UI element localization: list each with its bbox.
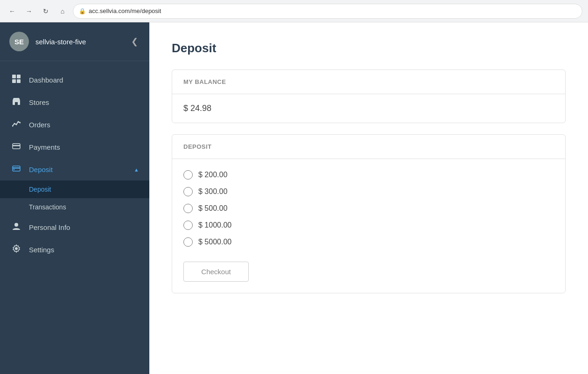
deposit-label: Deposit (29, 166, 53, 173)
user-icon (11, 222, 21, 232)
deposit-option-500[interactable]: $ 500.00 (183, 204, 554, 213)
balance-amount: $ 24.98 (183, 104, 211, 113)
deposit-option-1000[interactable]: $ 1000.00 (183, 221, 554, 230)
payment-icon (11, 142, 21, 152)
sidebar-item-stores[interactable]: Stores (0, 91, 149, 113)
svg-rect-0 (12, 75, 16, 78)
address-bar[interactable]: 🔒 acc.sellvia.com/me/deposit (73, 4, 582, 19)
forward-button[interactable]: → (22, 5, 35, 18)
chevron-up-icon: ▴ (135, 166, 138, 173)
svg-point-15 (14, 169, 14, 170)
deposit-option-5000[interactable]: $ 5000.00 (183, 237, 554, 247)
nav-main: Dashboard Stores (0, 61, 149, 268)
deposit-label-300: $ 300.00 (198, 187, 227, 196)
lock-icon: 🔒 (79, 8, 86, 14)
main-content: Deposit MY BALANCE $ 24.98 DEPOSIT $ 200… (149, 22, 588, 374)
svg-rect-2 (12, 79, 16, 83)
balance-card-header: MY BALANCE (172, 70, 565, 94)
radio-500[interactable] (183, 204, 193, 213)
sidebar-sub-transactions[interactable]: Transactions (0, 198, 149, 216)
back-button[interactable]: ← (6, 5, 19, 18)
svg-rect-12 (13, 145, 20, 146)
transactions-label: Transactions (29, 203, 66, 211)
svg-point-17 (15, 247, 18, 250)
svg-rect-1 (17, 75, 21, 78)
deposit-label-500: $ 500.00 (198, 204, 227, 213)
settings-label: Settings (29, 246, 54, 254)
page-title: Deposit (172, 41, 566, 55)
radio-300[interactable] (183, 187, 193, 196)
svg-point-16 (14, 223, 18, 227)
svg-point-8 (16, 124, 17, 125)
sidebar-item-dashboard[interactable]: Dashboard (0, 69, 149, 91)
app-container: SE sellvia-store-five ❮ Dashboard (0, 22, 588, 374)
sidebar-brand: SE sellvia-store-five (9, 32, 86, 51)
svg-point-7 (14, 123, 15, 125)
deposit-card-header: DEPOSIT (172, 135, 565, 159)
balance-card-body: $ 24.98 (172, 94, 565, 123)
sidebar-item-deposit[interactable]: Deposit ▴ (0, 158, 149, 180)
deposit-options: $ 200.00 $ 300.00 $ 500.00 $ 1000.00 $ 5… (172, 159, 565, 258)
balance-card: MY BALANCE $ 24.98 (172, 69, 566, 123)
sidebar-sub-deposit[interactable]: Deposit (0, 180, 149, 198)
home-button[interactable]: ⌂ (56, 5, 69, 18)
dashboard-label: Dashboard (29, 76, 63, 84)
browser-chrome: ← → ↻ ⌂ 🔒 acc.sellvia.com/me/deposit (0, 0, 588, 22)
radio-5000[interactable] (183, 237, 193, 247)
orders-label: Orders (29, 121, 50, 129)
sidebar-item-orders[interactable]: Orders (0, 113, 149, 136)
deposit-option-200[interactable]: $ 200.00 (183, 170, 554, 180)
radio-1000[interactable] (183, 221, 193, 230)
svg-rect-14 (13, 167, 20, 169)
sidebar-item-personal-info[interactable]: Personal Info (0, 216, 149, 238)
payments-label: Payments (29, 143, 60, 151)
gear-icon (11, 244, 21, 255)
collapse-sidebar-button[interactable]: ❮ (129, 35, 140, 48)
store-icon (11, 97, 21, 107)
deposit-option-300[interactable]: $ 300.00 (183, 187, 554, 196)
deposit-sub-label: Deposit (29, 186, 51, 193)
sidebar-item-payments[interactable]: Payments (0, 136, 149, 158)
deposit-label-1000: $ 1000.00 (198, 221, 231, 229)
deposit-icon (11, 164, 21, 174)
deposit-label-5000: $ 5000.00 (198, 238, 231, 246)
grid-icon (11, 75, 21, 85)
url-text: acc.sellvia.com/me/deposit (89, 7, 161, 14)
svg-point-9 (18, 121, 19, 123)
deposit-card: DEPOSIT $ 200.00 $ 300.00 $ 500.00 $ 100… (172, 134, 566, 293)
personal-info-label: Personal Info (29, 223, 70, 231)
avatar: SE (9, 32, 29, 51)
svg-rect-5 (15, 102, 18, 105)
svg-rect-3 (17, 79, 21, 83)
sidebar: SE sellvia-store-five ❮ Dashboard (0, 22, 149, 374)
deposit-label-200: $ 200.00 (198, 171, 227, 179)
refresh-button[interactable]: ↻ (39, 5, 52, 18)
checkout-button[interactable]: Checkout (183, 262, 249, 282)
brand-name: sellvia-store-five (35, 38, 86, 46)
chart-icon (11, 119, 21, 130)
sidebar-item-settings[interactable]: Settings (0, 238, 149, 261)
stores-label: Stores (29, 98, 49, 106)
sidebar-header: SE sellvia-store-five ❮ (0, 22, 149, 61)
radio-200[interactable] (183, 170, 193, 180)
